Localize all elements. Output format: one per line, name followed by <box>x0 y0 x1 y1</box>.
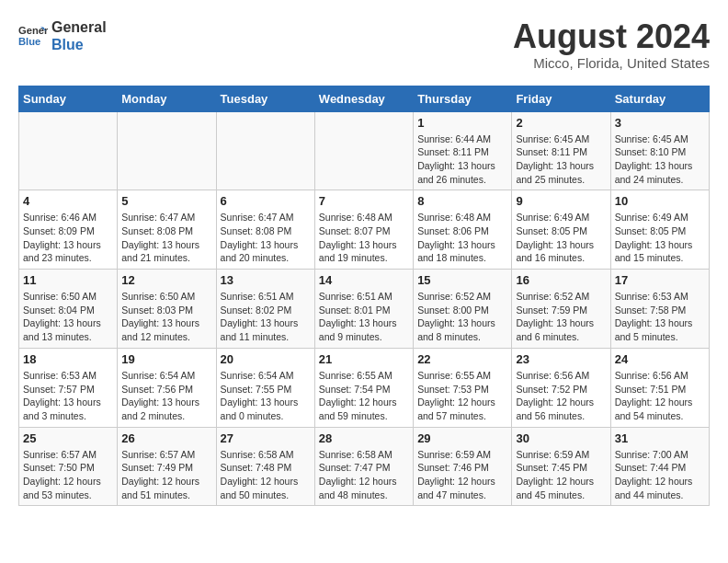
day-header-thursday: Thursday <box>414 86 512 111</box>
calendar-cell: 13Sunrise: 6:51 AMSunset: 8:02 PMDayligh… <box>216 270 314 349</box>
day-number: 5 <box>121 194 211 208</box>
day-info: Sunrise: 6:48 AMSunset: 8:06 PMDaylight:… <box>417 211 507 265</box>
day-info: Sunrise: 6:55 AMSunset: 7:54 PMDaylight:… <box>319 369 409 423</box>
day-info: Sunrise: 6:58 AMSunset: 7:47 PMDaylight:… <box>319 448 409 502</box>
calendar-cell: 8Sunrise: 6:48 AMSunset: 8:06 PMDaylight… <box>414 190 512 270</box>
logo-line2: Blue <box>51 36 107 53</box>
day-info: Sunrise: 6:54 AMSunset: 7:55 PMDaylight:… <box>221 369 311 423</box>
day-number: 19 <box>121 352 211 366</box>
day-info: Sunrise: 6:52 AMSunset: 7:59 PMDaylight:… <box>516 290 606 344</box>
calendar-cell <box>216 111 314 190</box>
day-number: 20 <box>221 352 311 366</box>
calendar-cell: 19Sunrise: 6:54 AMSunset: 7:56 PMDayligh… <box>118 348 216 427</box>
page-header: General Blue General Blue August 2024 Mi… <box>18 18 710 71</box>
day-info: Sunrise: 6:47 AMSunset: 8:08 PMDaylight:… <box>221 211 311 265</box>
day-header-saturday: Saturday <box>610 86 709 111</box>
title-block: August 2024 Micco, Florida, United State… <box>513 18 710 71</box>
day-info: Sunrise: 6:52 AMSunset: 8:00 PMDaylight:… <box>417 290 507 344</box>
calendar-cell: 3Sunrise: 6:45 AMSunset: 8:10 PMDaylight… <box>610 111 709 190</box>
calendar-cell: 22Sunrise: 6:55 AMSunset: 7:53 PMDayligh… <box>414 348 512 427</box>
calendar-cell: 5Sunrise: 6:47 AMSunset: 8:08 PMDaylight… <box>118 190 216 270</box>
day-info: Sunrise: 6:55 AMSunset: 7:53 PMDaylight:… <box>417 369 507 423</box>
day-header-tuesday: Tuesday <box>216 86 314 111</box>
day-number: 18 <box>23 352 113 366</box>
calendar-cell: 12Sunrise: 6:50 AMSunset: 8:03 PMDayligh… <box>118 270 216 349</box>
day-number: 22 <box>417 352 507 366</box>
calendar-cell: 2Sunrise: 6:45 AMSunset: 8:11 PMDaylight… <box>512 111 610 190</box>
day-number: 10 <box>615 194 705 208</box>
day-info: Sunrise: 6:57 AMSunset: 7:49 PMDaylight:… <box>121 448 211 502</box>
day-number: 27 <box>221 431 311 445</box>
day-header-monday: Monday <box>118 86 216 111</box>
calendar-cell: 11Sunrise: 6:50 AMSunset: 8:04 PMDayligh… <box>19 270 118 349</box>
day-number: 25 <box>23 431 113 445</box>
day-info: Sunrise: 6:48 AMSunset: 8:07 PMDaylight:… <box>319 211 409 265</box>
day-number: 17 <box>615 273 705 287</box>
week-row-4: 18Sunrise: 6:53 AMSunset: 7:57 PMDayligh… <box>19 348 710 427</box>
calendar-cell: 16Sunrise: 6:52 AMSunset: 7:59 PMDayligh… <box>512 270 610 349</box>
calendar-cell: 24Sunrise: 6:56 AMSunset: 7:51 PMDayligh… <box>610 348 709 427</box>
day-info: Sunrise: 6:56 AMSunset: 7:51 PMDaylight:… <box>615 369 705 423</box>
day-number: 31 <box>615 431 705 445</box>
calendar-cell: 23Sunrise: 6:56 AMSunset: 7:52 PMDayligh… <box>512 348 610 427</box>
logo: General Blue General Blue <box>18 18 107 53</box>
day-number: 14 <box>319 273 409 287</box>
day-info: Sunrise: 6:54 AMSunset: 7:56 PMDaylight:… <box>121 369 211 423</box>
svg-text:Blue: Blue <box>18 36 40 47</box>
day-info: Sunrise: 6:49 AMSunset: 8:05 PMDaylight:… <box>516 211 606 265</box>
day-info: Sunrise: 6:50 AMSunset: 8:03 PMDaylight:… <box>121 290 211 344</box>
day-info: Sunrise: 6:51 AMSunset: 8:02 PMDaylight:… <box>221 290 311 344</box>
calendar-body: 1Sunrise: 6:44 AMSunset: 8:11 PMDaylight… <box>19 111 710 506</box>
calendar-cell <box>19 111 118 190</box>
day-number: 6 <box>221 194 311 208</box>
day-info: Sunrise: 6:59 AMSunset: 7:46 PMDaylight:… <box>417 448 507 502</box>
calendar-cell: 6Sunrise: 6:47 AMSunset: 8:08 PMDaylight… <box>216 190 314 270</box>
week-row-1: 1Sunrise: 6:44 AMSunset: 8:11 PMDaylight… <box>19 111 710 190</box>
week-row-2: 4Sunrise: 6:46 AMSunset: 8:09 PMDaylight… <box>19 190 710 270</box>
day-number: 29 <box>417 431 507 445</box>
day-number: 23 <box>516 352 606 366</box>
day-info: Sunrise: 6:45 AMSunset: 8:11 PMDaylight:… <box>516 132 606 187</box>
calendar-cell: 18Sunrise: 6:53 AMSunset: 7:57 PMDayligh… <box>19 348 118 427</box>
day-number: 21 <box>319 352 409 366</box>
calendar-header-row: SundayMondayTuesdayWednesdayThursdayFrid… <box>19 86 710 111</box>
calendar-cell: 7Sunrise: 6:48 AMSunset: 8:07 PMDaylight… <box>314 190 413 270</box>
calendar-cell: 20Sunrise: 6:54 AMSunset: 7:55 PMDayligh… <box>216 348 314 427</box>
day-number: 13 <box>221 273 311 287</box>
week-row-5: 25Sunrise: 6:57 AMSunset: 7:50 PMDayligh… <box>19 427 710 506</box>
day-header-sunday: Sunday <box>19 86 118 111</box>
day-number: 3 <box>615 116 705 130</box>
calendar-cell: 10Sunrise: 6:49 AMSunset: 8:05 PMDayligh… <box>610 190 709 270</box>
calendar-cell: 29Sunrise: 6:59 AMSunset: 7:46 PMDayligh… <box>414 427 512 506</box>
day-number: 9 <box>516 194 606 208</box>
calendar-cell: 31Sunrise: 7:00 AMSunset: 7:44 PMDayligh… <box>610 427 709 506</box>
day-info: Sunrise: 6:49 AMSunset: 8:05 PMDaylight:… <box>615 211 705 265</box>
day-number: 16 <box>516 273 606 287</box>
day-number: 11 <box>23 273 113 287</box>
day-number: 15 <box>417 273 507 287</box>
day-number: 7 <box>319 194 409 208</box>
logo-line1: General <box>51 18 107 36</box>
svg-text:General: General <box>18 26 48 37</box>
calendar-table: SundayMondayTuesdayWednesdayThursdayFrid… <box>18 86 710 507</box>
day-info: Sunrise: 6:47 AMSunset: 8:08 PMDaylight:… <box>121 211 211 265</box>
location: Micco, Florida, United States <box>513 55 710 71</box>
calendar-cell: 21Sunrise: 6:55 AMSunset: 7:54 PMDayligh… <box>314 348 413 427</box>
day-info: Sunrise: 6:45 AMSunset: 8:10 PMDaylight:… <box>615 132 705 187</box>
week-row-3: 11Sunrise: 6:50 AMSunset: 8:04 PMDayligh… <box>19 270 710 349</box>
day-number: 2 <box>516 116 606 130</box>
day-number: 30 <box>516 431 606 445</box>
day-info: Sunrise: 6:56 AMSunset: 7:52 PMDaylight:… <box>516 369 606 423</box>
calendar-cell: 17Sunrise: 6:53 AMSunset: 7:58 PMDayligh… <box>610 270 709 349</box>
day-info: Sunrise: 6:53 AMSunset: 7:58 PMDaylight:… <box>615 290 705 344</box>
calendar-cell: 15Sunrise: 6:52 AMSunset: 8:00 PMDayligh… <box>414 270 512 349</box>
calendar-cell: 30Sunrise: 6:59 AMSunset: 7:45 PMDayligh… <box>512 427 610 506</box>
day-number: 28 <box>319 431 409 445</box>
calendar-cell: 1Sunrise: 6:44 AMSunset: 8:11 PMDaylight… <box>414 111 512 190</box>
day-header-friday: Friday <box>512 86 610 111</box>
day-info: Sunrise: 6:50 AMSunset: 8:04 PMDaylight:… <box>23 290 113 344</box>
calendar-cell: 9Sunrise: 6:49 AMSunset: 8:05 PMDaylight… <box>512 190 610 270</box>
day-number: 12 <box>121 273 211 287</box>
day-number: 24 <box>615 352 705 366</box>
day-header-wednesday: Wednesday <box>314 86 413 111</box>
